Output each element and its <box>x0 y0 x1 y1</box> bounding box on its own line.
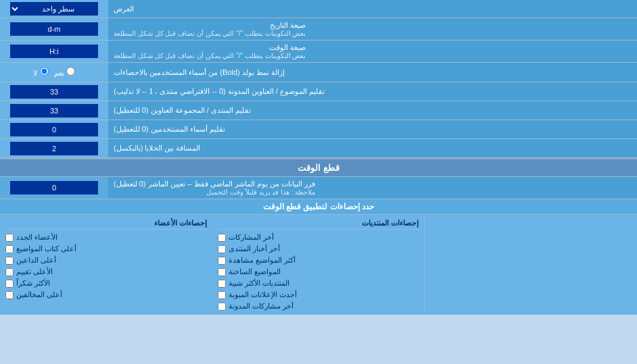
time-format-input[interactable] <box>10 45 98 58</box>
date-format-label: صيغة التاريخ بعض التكوينات يتطلب "/" الت… <box>108 18 637 40</box>
display-label: العرض <box>108 0 637 18</box>
time-cutoff-header: قطع الوقت <box>0 158 637 177</box>
cb-old-topics-label: المواضيع الساخنة <box>229 267 281 276</box>
cb-top-posters-label: أعلى كتاب المواضيع <box>16 244 76 253</box>
display-select[interactable]: سطر واحدسطرينثلاثة أسطر <box>10 2 98 16</box>
date-format-input-area <box>0 18 108 40</box>
bold-remove-radio-area: نعم لا <box>0 63 108 82</box>
cb-most-viewed-input[interactable] <box>218 257 226 265</box>
bold-yes-label: نعم <box>54 67 75 78</box>
cb-new-members-input[interactable] <box>5 234 14 242</box>
cb-last-posts-label: أخر المشاركات <box>229 233 274 242</box>
cell-spacing-input[interactable] <box>10 142 98 155</box>
time-format-title: صيغة الوقت <box>114 43 306 52</box>
time-format-input-area <box>0 41 108 62</box>
cb-top-rating-input[interactable] <box>5 268 14 276</box>
forum-trim-input[interactable] <box>10 104 98 118</box>
bold-remove-row: إزالة نمط بولد (Bold) من أسماء المستخدمي… <box>0 63 637 82</box>
topic-trim-input[interactable] <box>10 85 98 99</box>
cb-most-similar: المنتديات الأكثر شبية <box>218 278 419 289</box>
display-select-area: سطر واحدسطرينثلاثة أسطر <box>0 0 108 18</box>
cb-most-thanks-input[interactable] <box>5 280 14 288</box>
time-cutoff-input[interactable] <box>10 181 98 194</box>
date-format-title: صيغة التاريخ <box>114 21 306 30</box>
forum-trim-row: تقليم المنتدى / المجموعة العناوين (0 للت… <box>0 101 637 120</box>
cb-last-announces-label: أحدث الإعلانات المبوبة <box>229 290 297 299</box>
cb-top-refs-input[interactable] <box>5 291 14 299</box>
cb-top-refs-label: أعلى المخالفين <box>16 290 62 299</box>
cb-most-viewed-label: أكثر المواضيع مشاهدة <box>229 256 296 265</box>
cb-last-news: أخر أخبار المنتدى <box>218 243 419 255</box>
username-trim-row: تقليم أسماء المستخدمين (0 للتعطيل) <box>0 120 637 139</box>
cb-top-posters: أعلى كتاب المواضيع <box>5 243 207 255</box>
time-cutoff-label: فرز البيانات من يوم الماشر الماضي فقط --… <box>108 177 637 199</box>
topic-trim-label: تقليم الموضوع / العناوين المدونة (0 -- ا… <box>108 82 637 101</box>
cb-old-topics-input[interactable] <box>218 268 226 276</box>
date-format-note: بعض التكوينات يتطلب "/" التي يمكن أن تضا… <box>114 30 306 37</box>
cb-top-online-input[interactable] <box>5 257 14 265</box>
cb-last-announces-input[interactable] <box>218 291 226 299</box>
bold-no-label: لا <box>33 67 48 78</box>
cb-top-online-label: أعلى الداعين <box>16 256 56 265</box>
member-stats-header: إحصاءات الأعضاء <box>5 217 207 230</box>
forum-stats-header: إحصاءات المنتديات <box>218 217 419 230</box>
bold-remove-label: إزالة نمط بولد (Bold) من أسماء المستخدمي… <box>108 63 637 82</box>
cb-last-shared-input[interactable] <box>218 303 226 311</box>
cb-most-thanks: الأكثر شكراً <box>5 278 207 289</box>
time-cutoff-input-area <box>0 177 108 199</box>
cb-old-topics: المواضيع الساخنة <box>218 266 419 278</box>
stats-limit-row: حدد إحصاءات لتطبيق قطع الوقت <box>0 199 637 215</box>
time-cutoff-main-label: فرز البيانات من يوم الماشر الماضي فقط --… <box>114 180 315 188</box>
cb-last-announces: أحدث الإعلانات المبوبة <box>218 289 419 301</box>
cb-top-online: أعلى الداعين <box>5 255 207 266</box>
cb-most-similar-input[interactable] <box>218 280 226 288</box>
forum-trim-label: تقليم المنتدى / المجموعة العناوين (0 للت… <box>108 101 637 120</box>
cb-new-members: الأعضاء الجدد <box>5 232 207 243</box>
member-stats-col: إحصاءات الأعضاء الأعضاء الجدد أعلى كتاب … <box>0 217 212 312</box>
cb-top-rating: الأعلى تقييم <box>5 266 207 278</box>
username-trim-label: تقليم أسماء المستخدمين (0 للتعطيل) <box>108 120 637 138</box>
cb-top-posters-input[interactable] <box>5 245 14 253</box>
topic-trim-input-area <box>0 82 108 101</box>
cb-top-rating-label: الأعلى تقييم <box>16 267 53 276</box>
stats-spacer <box>425 217 637 312</box>
date-format-input[interactable] <box>10 22 98 36</box>
cb-most-similar-label: المنتديات الأكثر شبية <box>229 279 289 288</box>
cb-top-refs: أعلى المخالفين <box>5 289 207 301</box>
cb-most-viewed: أكثر المواضيع مشاهدة <box>218 255 419 266</box>
cb-new-members-label: الأعضاء الجدد <box>16 233 57 242</box>
date-format-row: صيغة التاريخ بعض التكوينات يتطلب "/" الت… <box>0 18 637 41</box>
forum-stats-col: إحصاءات المنتديات أخر المشاركات أخر أخبا… <box>212 217 425 312</box>
cb-last-posts: أخر المشاركات <box>218 232 419 243</box>
main-container: العرض سطر واحدسطرينثلاثة أسطر صيغة التار… <box>0 0 637 315</box>
cb-most-thanks-label: الأكثر شكراً <box>16 279 50 288</box>
username-trim-input[interactable] <box>10 123 98 136</box>
display-row: العرض سطر واحدسطرينثلاثة أسطر <box>0 0 637 18</box>
time-format-note: بعض التكوينات يتطلب "/" التي يمكن أن تضا… <box>114 52 306 59</box>
cb-last-shared-label: أخر مشاركات المدونة <box>229 302 293 311</box>
checkboxes-container: إحصاءات المنتديات أخر المشاركات أخر أخبا… <box>0 215 637 315</box>
topic-trim-row: تقليم الموضوع / العناوين المدونة (0 -- ا… <box>0 82 637 101</box>
time-cutoff-row: فرز البيانات من يوم الماشر الماضي فقط --… <box>0 177 637 199</box>
cb-last-shared: أخر مشاركات المدونة <box>218 301 419 312</box>
time-format-row: صيغة الوقت بعض التكوينات يتطلب "/" التي … <box>0 41 637 63</box>
cell-spacing-row: المسافة بين الخلايا (بالبكسل) <box>0 139 637 158</box>
forum-trim-input-area <box>0 101 108 120</box>
time-cutoff-note: ملاحظة : هذا قد يزيد قليلاً وقت التحميل <box>114 188 315 196</box>
stats-limit-label: حدد إحصاءات لتطبيق قطع الوقت <box>0 199 637 214</box>
cb-last-posts-input[interactable] <box>218 234 226 242</box>
time-cutoff-title: قطع الوقت <box>298 163 339 173</box>
cb-last-news-input[interactable] <box>218 245 226 253</box>
bold-yes-radio[interactable] <box>66 67 75 76</box>
username-trim-input-area <box>0 120 108 138</box>
bold-no-radio[interactable] <box>40 67 49 76</box>
cb-last-news-label: أخر أخبار المنتدى <box>229 244 280 253</box>
cell-spacing-input-area <box>0 139 108 157</box>
time-format-label: صيغة الوقت بعض التكوينات يتطلب "/" التي … <box>108 41 637 62</box>
cell-spacing-label: المسافة بين الخلايا (بالبكسل) <box>108 139 637 157</box>
